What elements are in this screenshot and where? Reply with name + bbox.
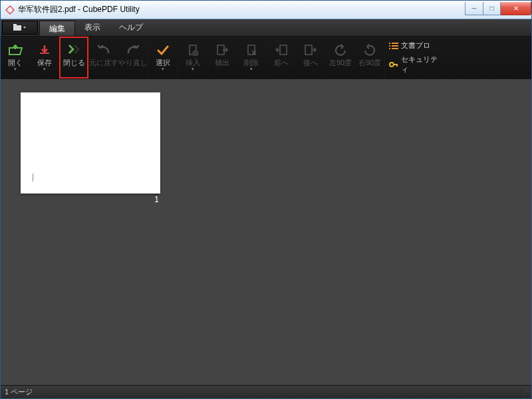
delete-icon [244,43,259,57]
select-label: 選択 [156,59,170,66]
delete-button: 削除▾ [237,37,266,78]
extract-icon [215,43,229,57]
redo-icon [126,43,140,57]
dropdown-indicator: ▾ [192,69,194,72]
next-icon [303,43,318,57]
menubar: 編集表示ヘルプ [1,19,531,37]
next-label: 後へ [303,59,318,66]
security-button[interactable]: セキュリティ [389,55,440,74]
redo-button: やり直し [118,37,148,78]
tab-1[interactable]: 表示 [75,19,110,36]
svg-rect-12 [389,45,390,47]
select-icon [156,43,170,57]
doc-props-label: 文書プロ [401,41,430,51]
page-preview [21,92,160,194]
doc-props-button[interactable]: 文書プロ [389,41,440,51]
ribbon-side-panel: 文書プロ セキュリティ [385,37,444,78]
undo-label: 元に戻す [89,59,118,66]
prev-icon [274,43,289,57]
select-button[interactable]: 選択▾ [148,37,178,78]
rotate-right-label: 右90度 [358,59,381,66]
open-icon [8,43,23,57]
window-title: 华军软件园2.pdf - CubePDF Utility [18,4,465,15]
rotate-right-icon [362,43,377,57]
extract-button: 抽出 [207,37,237,78]
statusbar: 1 ページ ⋰ [1,385,531,398]
resize-grip[interactable]: ⋰ [522,388,527,396]
rotate-left-button: 左90度 [326,37,355,78]
page-thumbnail[interactable]: 1 [21,92,160,204]
tab-2[interactable]: ヘルプ [110,19,152,36]
minimize-button[interactable]: ─ [465,2,483,15]
status-text: 1 ページ [5,387,33,397]
svg-rect-8 [280,45,287,55]
undo-button: 元に戻す [89,37,118,78]
insert-icon [186,43,200,57]
redo-label: やり直し [118,59,148,66]
save-button[interactable]: 保存▾ [30,37,59,78]
close-label: 閉じる [63,59,85,66]
svg-rect-3 [13,24,17,26]
svg-rect-14 [389,48,390,49]
svg-rect-10 [389,43,390,44]
dropdown-indicator: ▾ [43,69,46,72]
rotate-left-icon [333,43,348,57]
svg-rect-13 [392,45,398,47]
tab-0[interactable]: 編集 [39,21,75,36]
dropdown-indicator: ▾ [250,69,253,72]
next-button: 後へ [296,37,325,78]
maximize-button[interactable]: □ [483,2,501,15]
page-number-label: 1 [21,194,160,204]
window-controls: ─ □ ✕ [465,2,531,15]
undo-icon [96,43,111,57]
content-area[interactable]: 1 [1,79,531,385]
svg-rect-9 [305,45,312,55]
save-label: 保存 [37,59,52,66]
rotate-left-label: 左90度 [329,59,352,66]
open-button[interactable]: 開く▾ [1,37,30,78]
list-icon [389,41,398,51]
prev-label: 前へ [274,59,289,66]
key-icon [389,60,398,69]
save-icon [37,43,52,57]
insert-label: 挿入 [186,59,200,66]
app-icon [5,5,15,15]
svg-rect-11 [392,43,398,44]
ribbon: 開く▾保存▾閉じる 元に戻す やり直し 選択▾挿入▾抽出 削除▾前へ 後へ 左9… [1,37,531,79]
dropdown-indicator: ▾ [14,69,17,72]
close-icon [66,43,81,57]
close-button[interactable]: 閉じる [59,37,88,78]
insert-button: 挿入▾ [178,37,207,78]
titlebar[interactable]: 华军软件园2.pdf - CubePDF Utility ─ □ ✕ [1,1,531,19]
file-menu-button[interactable] [2,21,38,35]
delete-label: 削除 [244,59,259,66]
svg-rect-2 [13,25,21,31]
extract-label: 抽出 [215,59,229,66]
close-window-button[interactable]: ✕ [501,2,531,15]
rotate-right-button: 右90度 [355,37,384,78]
app-window: 华军软件园2.pdf - CubePDF Utility ─ □ ✕ 編集表示ヘ… [0,0,532,399]
svg-rect-15 [392,48,398,49]
security-label: セキュリティ [401,55,440,74]
open-label: 開く [8,59,23,66]
svg-rect-18 [396,64,398,66]
prev-button: 前へ [267,37,296,78]
dropdown-indicator: ▾ [162,69,164,72]
